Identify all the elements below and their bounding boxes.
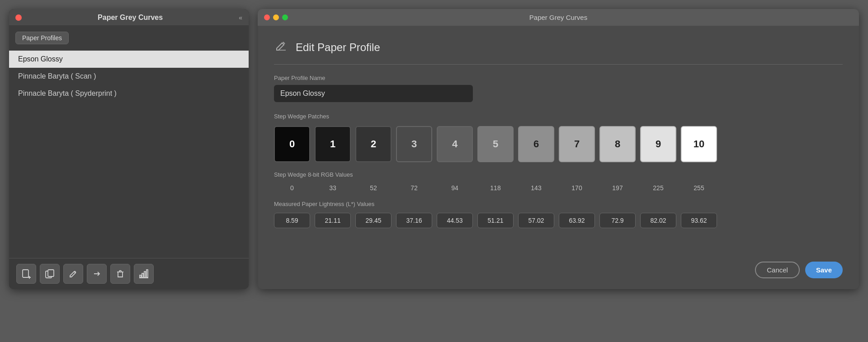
patch-box-3[interactable]: 3 — [396, 126, 432, 162]
step-wedge-label: Step Wedge Patches — [274, 113, 843, 120]
arrow-button[interactable] — [87, 264, 107, 284]
left-panel-title: Paper Grey Curves — [98, 14, 163, 22]
left-panel: Paper Grey Curves « Paper Profiles Epson… — [9, 9, 249, 289]
rgb-value-6: 143 — [518, 184, 554, 192]
profile-name-input[interactable] — [274, 85, 473, 102]
lightness-input-5[interactable] — [477, 213, 514, 228]
left-panel-header: Paper Profiles — [9, 25, 249, 49]
rgb-value-8: 197 — [599, 184, 636, 192]
rgb-value-9: 225 — [640, 184, 676, 192]
lightness-input-10[interactable] — [681, 213, 717, 228]
collapse-icon[interactable]: « — [239, 14, 242, 21]
lightness-input-6[interactable] — [518, 213, 554, 228]
new-profile-button[interactable] — [16, 264, 36, 284]
rgb-value-5: 118 — [477, 184, 514, 192]
lightness-input-8[interactable] — [599, 213, 636, 228]
profile-item-1[interactable]: Pinnacle Baryta ( Scan ) — [9, 68, 249, 85]
patch-cell-0: 0 — [274, 126, 310, 162]
patch-cell-2: 2 — [355, 126, 392, 162]
left-close-button[interactable] — [15, 14, 22, 21]
patch-cell-8: 8 — [599, 126, 636, 162]
patch-cell-5: 5 — [477, 126, 514, 162]
rgb-value-1: 33 — [315, 184, 351, 192]
rgb-value-0: 0 — [274, 184, 310, 192]
patch-box-1[interactable]: 1 — [315, 126, 351, 162]
tab-paper-profiles[interactable]: Paper Profiles — [15, 32, 69, 44]
svg-rect-0 — [23, 270, 28, 277]
patch-box-8[interactable]: 8 — [599, 126, 636, 162]
cancel-button[interactable]: Cancel — [755, 262, 800, 278]
svg-rect-4 — [48, 270, 54, 276]
right-panel-title: Paper Grey Curves — [529, 14, 587, 21]
yellow-traffic-light[interactable] — [273, 14, 279, 20]
rgb-value-7: 170 — [559, 184, 595, 192]
profile-item-2[interactable]: Pinnacle Baryta ( Spyderprint ) — [9, 85, 249, 102]
patch-cell-3: 3 — [396, 126, 432, 162]
lightness-input-9[interactable] — [640, 213, 676, 228]
patch-box-5[interactable]: 5 — [477, 126, 514, 162]
footer-buttons: Cancel Save — [258, 254, 859, 289]
chart-button[interactable] — [134, 264, 154, 284]
patch-cell-1: 1 — [315, 126, 351, 162]
edit-header: Edit Paper Profile — [274, 38, 843, 56]
step-wedge-patches: 012345678910 — [274, 126, 843, 162]
lightness-input-3[interactable] — [396, 213, 432, 228]
rgb-values-label: Step Wedge 8-bit RGB Values — [274, 171, 843, 178]
patch-box-7[interactable]: 7 — [559, 126, 595, 162]
rgb-value-4: 94 — [437, 184, 473, 192]
patch-box-9[interactable]: 9 — [640, 126, 676, 162]
lightness-label: Measured Paper Lightness (L*) Values — [274, 201, 843, 207]
patch-box-10[interactable]: 10 — [681, 126, 717, 162]
delete-button[interactable] — [110, 264, 130, 284]
profile-name-label: Paper Profile Name — [274, 75, 843, 81]
edit-title: Edit Paper Profile — [296, 41, 380, 54]
patch-box-0[interactable]: 0 — [274, 126, 310, 162]
svg-rect-10 — [142, 273, 143, 277]
patch-cell-7: 7 — [559, 126, 595, 162]
rgb-value-10: 255 — [681, 184, 717, 192]
patch-cell-6: 6 — [518, 126, 554, 162]
lightness-input-2[interactable] — [355, 213, 392, 228]
lightness-row — [274, 213, 843, 228]
patch-box-2[interactable]: 2 — [355, 126, 392, 162]
lightness-input-0[interactable] — [274, 213, 310, 228]
patch-cell-10: 10 — [681, 126, 717, 162]
patch-cell-9: 9 — [640, 126, 676, 162]
lightness-input-4[interactable] — [437, 213, 473, 228]
right-content: Edit Paper Profile Paper Profile Name St… — [258, 26, 859, 254]
left-panel-toolbar — [9, 258, 249, 289]
left-titlebar: Paper Grey Curves « — [9, 9, 249, 25]
svg-rect-9 — [140, 275, 141, 277]
patch-box-6[interactable]: 6 — [518, 126, 554, 162]
rgb-value-2: 52 — [355, 184, 392, 192]
rgb-value-3: 72 — [396, 184, 432, 192]
patch-cell-4: 4 — [437, 126, 473, 162]
duplicate-profile-button[interactable] — [40, 264, 60, 284]
lightness-input-1[interactable] — [315, 213, 351, 228]
svg-rect-11 — [144, 272, 146, 277]
traffic-lights — [264, 14, 288, 20]
right-panel: Paper Grey Curves Edit Paper Profile Pap… — [258, 9, 859, 289]
save-button[interactable]: Save — [805, 262, 843, 278]
rgb-values-row: 033527294118143170197225255 — [274, 184, 843, 192]
patch-box-4[interactable]: 4 — [437, 126, 473, 162]
green-traffic-light[interactable] — [282, 14, 288, 20]
divider — [274, 64, 843, 65]
profile-item-0[interactable]: Epson Glossy — [9, 51, 249, 68]
right-titlebar: Paper Grey Curves — [258, 9, 859, 26]
svg-rect-12 — [146, 270, 148, 277]
edit-icon — [274, 38, 288, 56]
red-traffic-light[interactable] — [264, 14, 270, 20]
profile-list: Epson Glossy Pinnacle Baryta ( Scan ) Pi… — [9, 49, 249, 258]
edit-button[interactable] — [63, 264, 83, 284]
lightness-input-7[interactable] — [559, 213, 595, 228]
